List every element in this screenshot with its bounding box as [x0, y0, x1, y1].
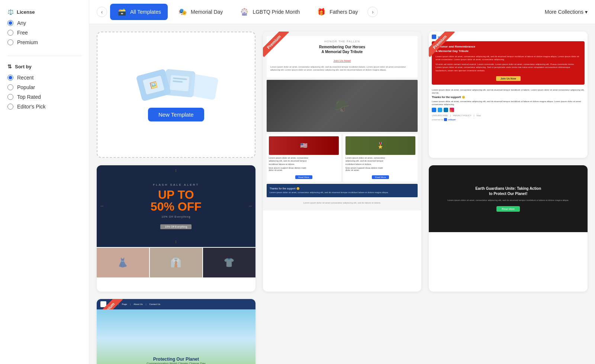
template-card-climate[interactable]: Home | Page | About Us | Contact Us Prot…: [97, 299, 255, 364]
join-us-text: Join Us Now!: [333, 59, 351, 62]
read-more-text-1: Read More: [295, 175, 312, 179]
chevron-left-icon: ‹: [101, 9, 103, 15]
template-card-memorial[interactable]: HONOR THE FALLEN Remembering Our HeroesA…: [263, 32, 422, 292]
collection-nav: ‹ 🗃️ All Templates 🎭 Memorial Day 🎡 LGBT…: [89, 0, 595, 24]
thanks-title: Thanks for the support! 😊: [432, 96, 585, 99]
read-more-btn-1: Read More: [269, 173, 339, 179]
sort-top-rated-label: Top Rated: [17, 94, 41, 100]
social-icons: [432, 108, 585, 112]
unlayer-small-text: unlayer: [448, 118, 456, 121]
red-body-text: Lorem ipsum dolor sit amet, consectetur …: [435, 55, 581, 61]
sort-editors-pick-label: Editor's Pick: [17, 104, 46, 110]
sidebar-divider: [7, 56, 81, 56]
tab-memorial-day[interactable]: 🎭 Memorial Day: [171, 4, 229, 20]
unlayer-small-logo: [444, 118, 447, 121]
tab-lgbtq-pride[interactable]: 🎡 LGBTQ Pride Month: [232, 4, 306, 20]
linkedin-icon: [444, 108, 448, 112]
fashion-img-1: 👗: [97, 248, 149, 277]
footer-section: Lorem ipsum dolor sit amet consectetur a…: [267, 199, 418, 206]
sortby-title: ⇅ Sort by: [7, 64, 81, 69]
license-label: License: [17, 9, 35, 15]
all-templates-icon: 🗃️: [117, 7, 127, 17]
climate-hero-title: Protecting Our Planet: [147, 357, 205, 362]
new-template-card[interactable]: 🖼️ New Template: [97, 32, 255, 158]
sort-top-rated[interactable]: Top Rated: [7, 94, 81, 100]
license-any[interactable]: Any: [7, 20, 81, 26]
nav-next-button[interactable]: ›: [367, 7, 378, 17]
earth-title: Earth Guardians Unite: Taking Actionto P…: [475, 186, 541, 196]
sort-popular[interactable]: Popular: [7, 84, 81, 90]
license-section: ⚖️ License Any Free Premium: [7, 9, 81, 45]
license-icon: ⚖️: [7, 9, 14, 15]
more-collections-label: More Collections: [545, 9, 583, 15]
license-free-radio[interactable]: [7, 30, 13, 36]
earth-btn-wrap: Read More: [496, 205, 520, 211]
float-card-2-inner: [170, 75, 190, 91]
tick-top: [176, 169, 176, 172]
separator2: |: [474, 114, 475, 117]
license-options: Any Free Premium: [7, 20, 81, 45]
license-premium[interactable]: Premium: [7, 39, 81, 45]
nav-contact: Contact Us: [149, 303, 160, 305]
soldier-photo-icon: 🪖: [335, 99, 350, 113]
read-more-btn-2: Read More: [345, 173, 415, 179]
license-premium-radio[interactable]: [7, 39, 13, 45]
col1-text2: Quis ipsum support dicas dolore mattidol…: [269, 167, 339, 171]
privacy-link: PRIVACY POLICY: [453, 114, 471, 117]
memorial-col-2: 🎖️ Lorem ipsum dolor sit amet, consectet…: [343, 134, 418, 182]
sale-button-wrap: 10% Off Everything: [160, 222, 192, 229]
license-any-radio[interactable]: [7, 20, 13, 26]
fashion-img-3: 👕: [203, 248, 255, 277]
floating-cards-decoration: 🖼️: [135, 68, 217, 102]
thanks-text: Thanks for the support 😊Lorem ipsum dolo…: [270, 187, 415, 194]
sort-editors-pick-radio[interactable]: [7, 104, 13, 110]
main-content: ‹ 🗃️ All Templates 🎭 Memorial Day 🎡 LGBT…: [89, 0, 595, 364]
sort-recent[interactable]: Recent: [7, 75, 81, 81]
sort-popular-radio[interactable]: [7, 84, 13, 90]
fathers-day-label: Fathers Day: [329, 9, 358, 15]
memorial-two-col: 🇺🇸 Lorem ipsum dolor sit amet, consectet…: [267, 134, 418, 182]
sort-editors-pick[interactable]: Editor's Pick: [7, 104, 81, 110]
nav-separator-3: |: [146, 303, 147, 305]
lgbtq-icon: 🎡: [239, 7, 250, 17]
soldier-image: 🪖: [267, 80, 418, 132]
white-section: Lorem ipsum dolor sit amet, consectetur …: [432, 87, 585, 123]
tick-right: [249, 206, 252, 207]
license-free-label: Free: [17, 30, 28, 36]
float-card-3: [189, 74, 219, 100]
earth-read-more-btn: Read More: [496, 206, 520, 212]
sale-btn-text: 10% Off Everything: [160, 224, 192, 229]
chevron-down-icon: ▾: [585, 9, 588, 15]
memorial-day-label: Memorial Day: [191, 9, 223, 15]
memorial-day-icon: 🎭: [177, 7, 188, 17]
thanks-body: Lorem ipsum dolor sit amet, consectetur …: [432, 100, 585, 106]
nav-prev-button[interactable]: ‹: [97, 7, 107, 17]
more-collections-button[interactable]: More Collections ▾: [545, 9, 588, 15]
memorial-intro-text: Lorem ipsum dolor sit amet, consectetur …: [270, 65, 414, 72]
sort-top-rated-radio[interactable]: [7, 94, 13, 100]
sort-recent-radio[interactable]: [7, 75, 13, 81]
float-card-line: [173, 77, 187, 80]
template-card-earth[interactable]: Earth Guardians Unite: Taking Actionto P…: [429, 165, 588, 292]
unsubscribe-link: UNSUBSCRIBE: [432, 114, 448, 117]
read-more-text-2: Read More: [372, 175, 389, 179]
license-title: ⚖️ License: [7, 9, 81, 15]
chevron-right-icon: ›: [372, 9, 374, 15]
tab-fathers-day[interactable]: 🎁 Fathers Day: [309, 4, 364, 20]
template-card-memorial-red[interactable]: unlayer In Honor and Remembrance A Memor…: [429, 32, 588, 158]
climate-hero: Protecting Our Planet Commemorating Worl…: [97, 309, 255, 364]
tick-left: [100, 206, 103, 207]
powered-text: powered by: [432, 118, 443, 121]
tab-all-templates[interactable]: 🗃️ All Templates: [110, 4, 168, 20]
climate-hero-text: Protecting Our Planet Commemorating Worl…: [147, 357, 205, 364]
lgbtq-label: LGBTQ Pride Month: [253, 9, 300, 15]
nav-separator-2: |: [130, 303, 131, 305]
flag-image-2: 🎖️: [345, 136, 415, 155]
template-card-flash-sale[interactable]: FLASH SALE ALERT UP TO50% OFF 10% Off Ev…: [97, 165, 255, 292]
license-premium-label: Premium: [17, 39, 38, 45]
new-template-button[interactable]: New Template: [148, 108, 204, 121]
col2-text2: Quis ipsum support dicas dolore mattidol…: [345, 167, 415, 171]
red-body-text-2: Ut enim ad minim veniam nostrud exercit.…: [435, 63, 581, 72]
footer-links: UNSUBSCRIBE | PRIVACY POLICY | Visit: [432, 114, 585, 117]
license-free[interactable]: Free: [7, 30, 81, 36]
